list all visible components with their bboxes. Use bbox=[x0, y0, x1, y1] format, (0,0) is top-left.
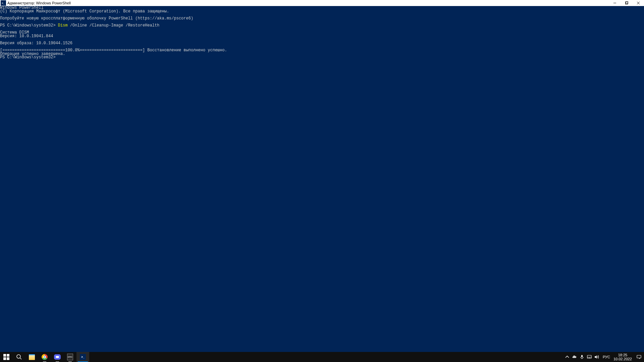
powershell-window: >_ Администратор: Windows PowerShell Win… bbox=[0, 0, 644, 352]
discord-icon bbox=[54, 354, 61, 360]
taskbar-app-epic[interactable]: EPIC bbox=[64, 352, 76, 362]
terminal-prompt-line: PS C:\Windows\system32> bbox=[0, 55, 58, 60]
volume-icon[interactable] bbox=[594, 354, 599, 360]
epic-games-icon: EPIC bbox=[67, 354, 73, 360]
taskbar: EPIC >_ РУС 18:25 10.02.2022 bbox=[0, 352, 644, 362]
powershell-icon: >_ bbox=[80, 354, 86, 360]
taskbar-app-powershell[interactable]: >_ bbox=[76, 352, 89, 362]
taskbar-app-chrome[interactable] bbox=[38, 352, 51, 362]
terminal-line: (C) Корпорация Майкрософт (Microsoft Cor… bbox=[0, 9, 169, 14]
touchpad-icon[interactable] bbox=[587, 354, 592, 360]
taskbar-app-discord[interactable] bbox=[51, 352, 64, 362]
prompt: PS C:\Windows\system32> bbox=[0, 23, 58, 28]
powershell-icon: >_ bbox=[1, 0, 6, 6]
notification-icon bbox=[636, 354, 642, 360]
tray-chevron-up-icon[interactable] bbox=[565, 354, 570, 360]
terminal-line: Версия образа: 10.0.19044.1526 bbox=[0, 41, 72, 46]
terminal-command-line: PS C:\Windows\system32> Dism /Online /Cl… bbox=[0, 23, 159, 28]
microphone-icon[interactable] bbox=[579, 354, 585, 360]
taskbar-app-explorer[interactable] bbox=[25, 352, 38, 362]
svg-rect-5 bbox=[3, 354, 6, 357]
windows-icon bbox=[3, 354, 9, 360]
minimize-button[interactable] bbox=[609, 0, 621, 6]
command-name: Dism bbox=[58, 23, 68, 28]
close-button[interactable] bbox=[632, 0, 644, 6]
file-explorer-icon bbox=[29, 354, 35, 360]
window-title: Администратор: Windows PowerShell bbox=[7, 1, 71, 5]
system-tray bbox=[562, 352, 601, 362]
svg-marker-16 bbox=[595, 355, 597, 359]
svg-rect-8 bbox=[7, 357, 9, 360]
titlebar[interactable]: >_ Администратор: Windows PowerShell bbox=[0, 0, 644, 6]
prompt: PS C:\Windows\system32> bbox=[0, 55, 58, 60]
terminal-output[interactable]: Windows PowerShell (C) Корпорация Майкро… bbox=[0, 6, 644, 352]
svg-rect-17 bbox=[637, 355, 641, 358]
maximize-button[interactable] bbox=[621, 0, 632, 6]
action-center-button[interactable] bbox=[634, 352, 644, 362]
chrome-icon bbox=[42, 354, 48, 360]
clock-date: 10.02.2022 bbox=[613, 357, 632, 361]
command-args: /Online /Cleanup-Image /RestoreHealth bbox=[68, 23, 160, 28]
svg-point-9 bbox=[17, 355, 20, 358]
onedrive-icon[interactable] bbox=[572, 354, 577, 360]
svg-rect-7 bbox=[3, 357, 6, 360]
svg-rect-6 bbox=[7, 354, 9, 357]
start-button[interactable] bbox=[0, 352, 13, 362]
terminal-line: Версия: 10.0.19041.844 bbox=[0, 34, 53, 39]
svg-line-10 bbox=[20, 358, 21, 359]
svg-rect-11 bbox=[581, 355, 583, 357]
clock[interactable]: 18:25 10.02.2022 bbox=[611, 352, 634, 362]
search-button[interactable] bbox=[13, 352, 25, 362]
language-indicator[interactable]: РУС bbox=[601, 352, 611, 362]
search-icon bbox=[16, 354, 22, 360]
terminal-line: Попробуйте новую кроссплатформенную обол… bbox=[0, 16, 193, 21]
clock-time: 18:25 bbox=[618, 353, 628, 357]
